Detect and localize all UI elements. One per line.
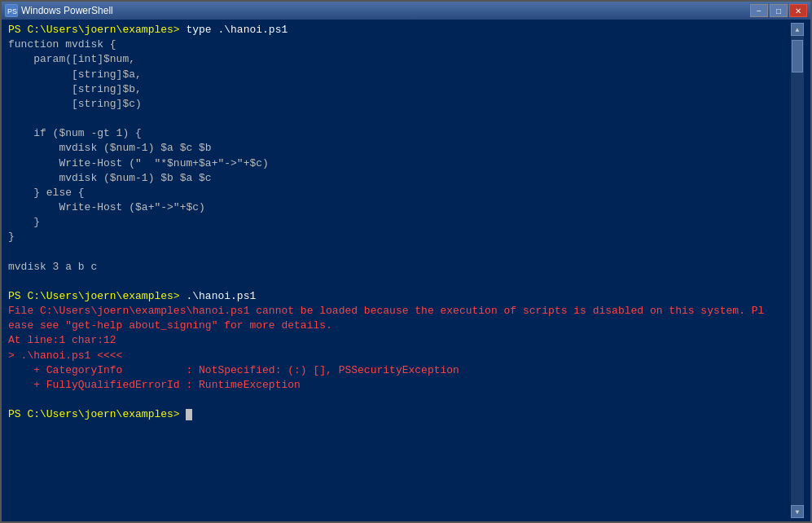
svg-text:PS: PS: [7, 7, 17, 15]
console-line: [string]$b,: [8, 82, 791, 97]
code-text: Write-Host (" "*$num+$a+"->"+$c): [8, 157, 269, 169]
titlebar: PS Windows PowerShell − □ ✕: [2, 2, 810, 20]
console-line: mvdisk ($num-1) $a $c $b: [8, 141, 791, 156]
command: type .\hanoi.ps1: [186, 24, 287, 36]
console-line: Write-Host (" "*$num+$a+"->"+$c): [8, 156, 791, 171]
console-line: At line:1 char:12: [8, 333, 791, 348]
maximize-button[interactable]: □: [770, 4, 788, 17]
code-text: } else {: [8, 187, 85, 199]
empty-line: [8, 275, 791, 289]
console-line: [string]$c): [8, 97, 791, 112]
code-text: [string]$c): [8, 98, 142, 110]
scrollbar[interactable]: ▲ ▼: [791, 23, 804, 518]
console-line: mvdisk ($num-1) $b $a $c: [8, 171, 791, 186]
code-text: }: [8, 216, 40, 228]
app-icon: PS: [5, 4, 18, 17]
cursor: [186, 409, 192, 420]
error-text: At line:1 char:12: [8, 334, 116, 346]
code-text: mvdisk ($num-1) $b $a $c: [8, 172, 212, 184]
console-line: param([int]$num,: [8, 52, 791, 67]
code-text: Write-Host ($a+"->"+$c): [8, 201, 205, 213]
code-text: param([int]$num,: [8, 53, 135, 65]
empty-line: [8, 245, 791, 260]
console-line: + FullyQualifiedErrorId : RuntimeExcepti…: [8, 378, 791, 393]
scrollbar-thumb[interactable]: [792, 40, 803, 73]
error-text: > .\hanoi.ps1 <<<<: [8, 349, 122, 362]
console-line: }: [8, 230, 791, 244]
window-controls[interactable]: − □ ✕: [750, 4, 807, 17]
code-text: [string]$b,: [8, 83, 142, 95]
console-line: mvdisk 3 a b c: [8, 260, 791, 275]
code-text: if ($num -gt 1) {: [8, 127, 142, 139]
console-line: File C:\Users\joern\examples\hanoi.ps1 c…: [8, 304, 791, 319]
console-line: }: [8, 215, 791, 230]
error-text: + FullyQualifiedErrorId : RuntimeExcepti…: [8, 379, 301, 391]
error-text: File C:\Users\joern\examples\hanoi.ps1 c…: [8, 305, 764, 317]
window-title: Windows PowerShell: [21, 5, 113, 16]
minimize-button[interactable]: −: [750, 4, 768, 17]
console-content: PS C:\Users\joern\examples> type .\hanoi…: [8, 23, 791, 518]
console-line: PS C:\Users\joern\examples> type .\hanoi…: [8, 23, 791, 37]
console-line: Write-Host ($a+"->"+$c): [8, 200, 791, 215]
console-line: } else {: [8, 186, 791, 200]
scroll-down-button[interactable]: ▼: [791, 505, 804, 518]
scroll-up-button[interactable]: ▲: [791, 23, 804, 36]
code-text: }: [8, 231, 15, 243]
console-line: > .\hanoi.ps1 <<<<: [8, 349, 791, 363]
code-text: mvdisk 3 a b c: [8, 261, 97, 273]
prompt: PS C:\Users\joern\examples>: [8, 408, 186, 420]
console-line: PS C:\Users\joern\examples> .\hanoi.ps1: [8, 289, 791, 304]
code-text: [string]$a,: [8, 68, 142, 81]
command: .\hanoi.ps1: [186, 290, 256, 302]
empty-line: [8, 393, 791, 407]
console-line: if ($num -gt 1) {: [8, 126, 791, 141]
console-line: ease see "get-help about_signing" for mo…: [8, 319, 791, 333]
code-text: function mvdisk {: [8, 38, 116, 51]
error-text: ease see "get-help about_signing" for mo…: [8, 319, 332, 332]
console-line: PS C:\Users\joern\examples>: [8, 407, 791, 422]
console-line: function mvdisk {: [8, 37, 791, 52]
code-text: mvdisk ($num-1) $a $c $b: [8, 142, 212, 154]
prompt: PS C:\Users\joern\examples>: [8, 290, 186, 302]
error-text: + CategoryInfo : NotSpecified: (:) [], P…: [8, 364, 459, 376]
scrollbar-track[interactable]: [792, 36, 803, 505]
console-line: [string]$a,: [8, 68, 791, 82]
powershell-window: PS Windows PowerShell − □ ✕ PS C:\Users\…: [0, 0, 812, 523]
prompt: PS C:\Users\joern\examples>: [8, 24, 186, 36]
close-button[interactable]: ✕: [789, 4, 807, 17]
console-line: + CategoryInfo : NotSpecified: (:) [], P…: [8, 363, 791, 378]
empty-line: [8, 112, 791, 126]
titlebar-left: PS Windows PowerShell: [5, 4, 113, 17]
console-area: PS C:\Users\joern\examples> type .\hanoi…: [2, 20, 810, 521]
